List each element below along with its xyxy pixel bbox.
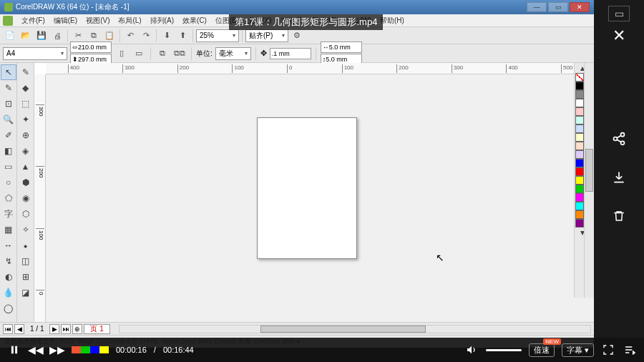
crop-tool[interactable]: ⊡ <box>1 96 16 112</box>
maximize-button[interactable]: ▭ <box>548 2 568 12</box>
zoom-combo[interactable]: 25% <box>196 29 239 42</box>
swatch-none[interactable] <box>575 73 584 82</box>
page-width-input[interactable]: ⬄ 210.0 mm <box>70 41 112 53</box>
horizontal-scrollbar[interactable] <box>119 325 591 333</box>
menu-edit[interactable]: 编辑(E) <box>49 16 82 26</box>
prev-page-button[interactable]: ◀ <box>14 324 24 334</box>
swatch[interactable] <box>575 99 584 107</box>
new-button[interactable]: 📄 <box>3 29 17 43</box>
zoom-tool[interactable]: 🔍 <box>1 112 16 127</box>
paste-button[interactable]: 📋 <box>102 29 117 43</box>
swatch[interactable] <box>575 193 584 202</box>
polygon-tool[interactable]: ⬠ <box>1 190 16 206</box>
aux-tool-11[interactable]: ✧ <box>18 222 34 238</box>
aux-tool-4[interactable]: ✦ <box>18 112 34 127</box>
close-window-button[interactable]: ✕ <box>570 2 590 12</box>
aux-tool-6[interactable]: ◈ <box>18 143 34 159</box>
swatch[interactable] <box>575 167 584 176</box>
open-button[interactable]: 📂 <box>19 29 33 43</box>
player-close-button[interactable]: ✕ <box>608 24 630 47</box>
outline-tool[interactable]: ◯ <box>1 300 16 316</box>
ellipse-tool[interactable]: ○ <box>1 175 16 190</box>
subtitle-button[interactable]: 字幕 ▾ <box>562 343 594 357</box>
share-button[interactable] <box>608 127 630 150</box>
swatch[interactable] <box>575 219 584 228</box>
aux-tool-7[interactable]: ▲ <box>18 159 34 175</box>
shape-tool[interactable]: ✎ <box>1 80 16 96</box>
dup-x-input[interactable]: ↔ 5.0 mm <box>321 41 362 53</box>
ruler-vertical[interactable]: 300 200 100 0 <box>34 74 46 322</box>
effects-tool[interactable]: ◐ <box>1 269 16 285</box>
paper-size-combo[interactable]: A4 <box>3 47 67 60</box>
cut-button[interactable]: ✂ <box>71 29 85 43</box>
aux-tool-14[interactable]: ⊞ <box>18 269 34 285</box>
undo-button[interactable]: ↶ <box>123 29 137 43</box>
ruler-horizontal[interactable]: 400 300 200 100 0 100 200 300 400 500 毫米 <box>46 63 594 74</box>
options-button[interactable]: ⚙ <box>290 29 304 43</box>
add-page-button[interactable]: ⊕ <box>72 324 82 334</box>
save-button[interactable]: 💾 <box>34 29 49 43</box>
next-button[interactable]: ▶▶ <box>50 343 64 357</box>
aux-tool-5[interactable]: ⊕ <box>18 127 34 143</box>
volume-slider[interactable] <box>486 349 522 351</box>
table-tool[interactable]: ▦ <box>1 222 16 238</box>
volume-button[interactable] <box>464 343 479 357</box>
facing-pages-icon[interactable]: ⧉⧉ <box>172 47 187 61</box>
speed-button[interactable]: 倍速 NEW <box>529 343 555 357</box>
playlist-button[interactable] <box>623 343 637 357</box>
swatch[interactable] <box>575 107 584 116</box>
menu-arrange[interactable]: 排列(A) <box>146 16 178 26</box>
swatch[interactable] <box>575 176 584 185</box>
copy-button[interactable]: ⧉ <box>87 29 101 43</box>
swatch[interactable] <box>575 90 584 99</box>
window-mode-button[interactable]: ▭ <box>608 6 630 21</box>
aux-tool-10[interactable]: ⬡ <box>18 206 34 222</box>
aux-tool-8[interactable]: ⬢ <box>18 175 34 190</box>
units-combo[interactable]: 毫米 <box>215 47 251 60</box>
page-tab-1[interactable]: 页 1 <box>84 324 109 334</box>
aux-tool-3[interactable]: ⬚ <box>18 96 34 112</box>
swatch[interactable] <box>575 150 584 159</box>
aux-tool-2[interactable]: ◆ <box>18 80 34 96</box>
menu-effects[interactable]: 效果(C) <box>178 16 211 26</box>
swatch[interactable] <box>575 133 584 142</box>
download-button[interactable] <box>608 166 630 189</box>
vertical-scrollbar[interactable] <box>584 63 594 298</box>
swatch[interactable] <box>575 116 584 124</box>
swatch[interactable] <box>575 202 584 210</box>
nudge-input[interactable]: .1 mm <box>270 48 311 59</box>
landscape-button[interactable]: ▭ <box>132 47 146 61</box>
smart-fill-tool[interactable]: ◧ <box>1 143 16 159</box>
import-button[interactable]: ⬇ <box>160 29 174 43</box>
redo-button[interactable]: ↷ <box>139 29 153 43</box>
prev-button[interactable]: ◀◀ <box>29 343 43 357</box>
swatch[interactable] <box>575 124 584 133</box>
menu-file[interactable]: 文件(F) <box>17 16 49 26</box>
pick-tool[interactable]: ↖ <box>1 64 16 80</box>
aux-tool-9[interactable]: ◉ <box>18 190 34 206</box>
freehand-tool[interactable]: ✐ <box>1 127 16 143</box>
last-page-button[interactable]: ⏭ <box>61 324 71 334</box>
delete-button[interactable] <box>608 205 630 228</box>
swatch[interactable] <box>575 210 584 219</box>
fullscreen-button[interactable] <box>601 343 615 357</box>
pages-icon[interactable]: ⧉ <box>155 47 170 61</box>
text-tool[interactable]: 字 <box>1 206 16 222</box>
swatch[interactable] <box>575 142 584 150</box>
swatch[interactable] <box>575 159 584 167</box>
menu-view[interactable]: 视图(V) <box>82 16 114 26</box>
aux-tool-15[interactable]: ◪ <box>18 285 34 300</box>
drawing-canvas[interactable]: ↖ <box>46 74 594 322</box>
swatch[interactable] <box>575 82 584 90</box>
print-button[interactable]: 🖨 <box>50 29 64 43</box>
minimize-button[interactable]: — <box>527 2 547 12</box>
next-page-button[interactable]: ▶ <box>49 324 59 334</box>
aux-tool-12[interactable]: ⬥ <box>18 238 34 253</box>
aux-tool-1[interactable]: ✎ <box>18 64 34 80</box>
connector-tool[interactable]: ↯ <box>1 253 16 269</box>
dimension-tool[interactable]: ↔ <box>1 238 16 253</box>
pause-button[interactable] <box>7 343 21 357</box>
export-button[interactable]: ⬆ <box>175 29 190 43</box>
portrait-button[interactable]: ▯ <box>114 47 129 61</box>
rectangle-tool[interactable]: ▭ <box>1 159 16 175</box>
